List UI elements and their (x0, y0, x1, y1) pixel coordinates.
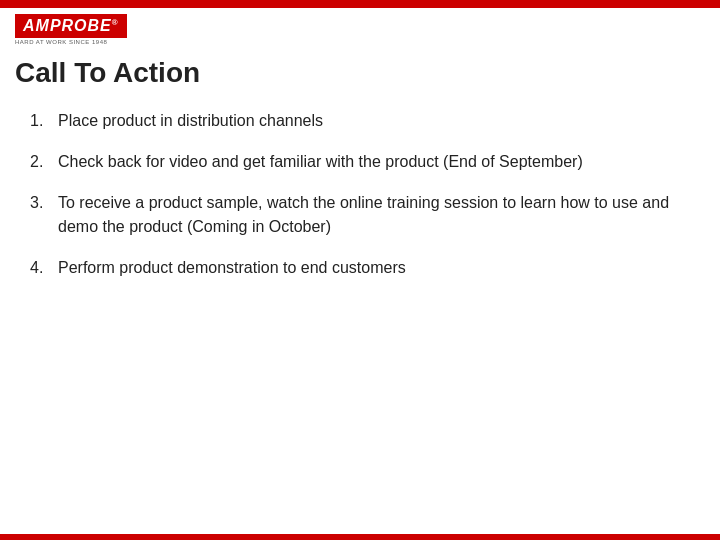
bottom-bar (0, 534, 720, 540)
list-item: Place product in distribution channels (30, 109, 705, 132)
logo-container: AMPROBE® HARD AT WORK SINCE 1948 (15, 14, 127, 45)
top-bar (0, 0, 720, 8)
header: AMPROBE® HARD AT WORK SINCE 1948 (0, 8, 720, 49)
list-item-text: Perform product demonstration to end cus… (58, 256, 406, 279)
list-item: To receive a product sample, watch the o… (30, 191, 705, 237)
page-title: Call To Action (0, 49, 720, 109)
list-item: Check back for video and get familiar wi… (30, 150, 705, 173)
logo-brand: AMPROBE (23, 17, 112, 34)
list-item-text: Place product in distribution channels (58, 109, 323, 132)
logo-tagline: HARD AT WORK SINCE 1948 (15, 39, 107, 45)
content-area: Place product in distribution channels C… (0, 109, 720, 279)
logo-text: AMPROBE® (23, 17, 119, 34)
logo-box: AMPROBE® (15, 14, 127, 38)
list-item-text: To receive a product sample, watch the o… (58, 191, 705, 237)
logo-registered: ® (112, 18, 119, 27)
list-item-text: Check back for video and get familiar wi… (58, 150, 583, 173)
action-list: Place product in distribution channels C… (30, 109, 705, 279)
list-item: Perform product demonstration to end cus… (30, 256, 705, 279)
